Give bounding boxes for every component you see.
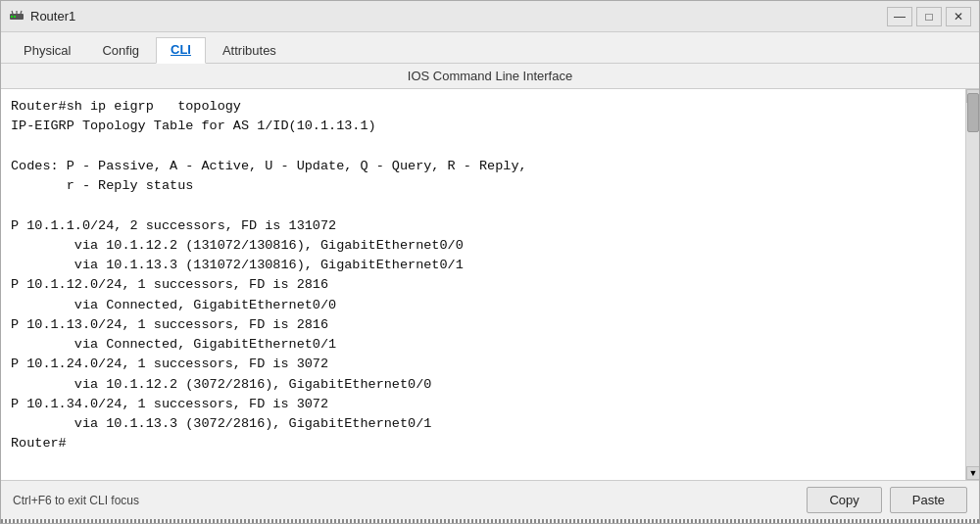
svg-line-3 [12,11,13,14]
cli-hint: Ctrl+F6 to exit CLI focus [13,494,139,507]
tab-config[interactable]: Config [87,38,154,64]
bottom-bar: Ctrl+F6 to exit CLI focus Copy Paste [1,480,979,519]
tab-attributes[interactable]: Attributes [208,38,291,64]
tab-bar: Physical Config CLI Attributes [1,32,979,64]
tab-physical[interactable]: Physical [9,38,85,64]
title-bar-left: Router1 [9,9,75,24]
window-title: Router1 [30,9,75,24]
terminal-output[interactable]: Router#sh ip eigrp topology IP-EIGRP Top… [1,89,965,480]
scrollbar-down-arrow[interactable]: ▼ [966,466,979,480]
svg-line-5 [21,11,22,14]
cli-header: IOS Command Line Interface [1,64,979,89]
dotted-bottom-border [1,519,979,523]
bottom-buttons: Copy Paste [807,487,967,513]
copy-button[interactable]: Copy [807,487,881,513]
svg-point-2 [14,16,16,18]
title-bar: Router1 — □ ✕ [1,1,979,32]
close-button[interactable]: ✕ [946,7,971,26]
paste-button[interactable]: Paste [890,487,967,513]
maximize-button[interactable]: □ [916,7,942,26]
scrollbar-thumb[interactable] [967,93,979,132]
tab-cli[interactable]: CLI [156,37,206,64]
minimize-button[interactable]: — [887,7,912,26]
terminal-wrapper: Router#sh ip eigrp topology IP-EIGRP Top… [1,89,979,480]
main-window: Router1 — □ ✕ Physical Config CLI Attrib… [0,0,980,524]
scrollbar-track[interactable]: ▲ ▼ [965,89,979,480]
title-controls: — □ ✕ [887,7,971,26]
svg-point-1 [11,16,13,18]
router-icon [9,9,24,24]
